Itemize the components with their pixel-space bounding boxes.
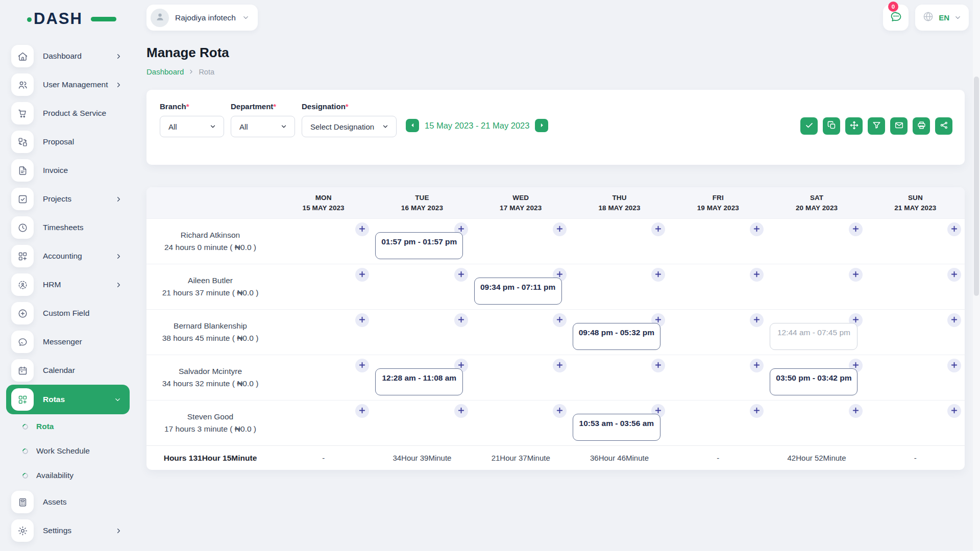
add-shift-button[interactable] xyxy=(849,404,863,418)
employee-hours: 38 hours 45 minute ( ₦0.0 ) xyxy=(162,332,259,344)
messenger-icon xyxy=(11,331,34,353)
add-shift-button[interactable] xyxy=(947,359,961,372)
circle-bullet-icon xyxy=(21,422,29,430)
add-shift-button[interactable] xyxy=(947,313,961,327)
add-shift-button[interactable] xyxy=(454,313,468,327)
add-shift-button[interactable] xyxy=(750,404,764,418)
add-shift-button[interactable] xyxy=(750,313,764,327)
designation-select[interactable]: Select Designation xyxy=(302,116,397,137)
sidebar-item-proposal[interactable]: Proposal xyxy=(0,128,136,156)
sidebar-item-timesheets[interactable]: Timesheets xyxy=(0,213,136,242)
add-shift-button[interactable] xyxy=(651,268,665,282)
shift-chip[interactable]: 03:50 pm - 03:42 pm xyxy=(770,368,857,395)
add-shift-button[interactable] xyxy=(454,404,468,418)
branch-select[interactable]: All xyxy=(160,116,224,137)
shift-chip[interactable]: 09:48 pm - 05:32 pm xyxy=(573,323,660,350)
add-shift-button[interactable] xyxy=(849,222,863,236)
breadcrumb-dashboard-link[interactable]: Dashboard xyxy=(146,67,184,76)
add-shift-button[interactable] xyxy=(553,359,567,372)
sidebar-item-settings[interactable]: Settings xyxy=(0,516,136,545)
arrow-left-icon xyxy=(410,122,415,130)
print-icon xyxy=(917,120,926,132)
add-shift-button[interactable] xyxy=(947,222,961,236)
breadcrumb: Dashboard Rota xyxy=(146,67,965,76)
day-total-tue: 34Hour 39Minute xyxy=(373,454,471,462)
employee-name: Salvador Mcintyre xyxy=(179,365,242,378)
employee-cell: Steven Good17 hours 3 minute ( ₦0.0 ) xyxy=(146,400,274,445)
sidebar-item-assets[interactable]: Assets xyxy=(0,488,136,516)
sidebar-item-invoice[interactable]: Invoice xyxy=(0,156,136,185)
day-cell-mon xyxy=(274,355,373,400)
add-shift-button[interactable] xyxy=(355,404,369,418)
add-shift-button[interactable] xyxy=(849,268,863,282)
add-shift-button[interactable] xyxy=(553,222,567,236)
sidebar-item-dashboard[interactable]: Dashboard xyxy=(0,42,136,70)
add-shift-button[interactable] xyxy=(750,268,764,282)
date-range[interactable]: 15 May 2023 - 21 May 2023 xyxy=(425,121,529,131)
add-shift-button[interactable] xyxy=(947,404,961,418)
add-shift-button[interactable] xyxy=(355,359,369,372)
sidebar-item-label: Projects xyxy=(43,194,71,204)
add-shift-button[interactable] xyxy=(750,359,764,372)
sidebar-item-user-management[interactable]: User Management xyxy=(0,70,136,99)
add-shift-button[interactable] xyxy=(651,222,665,236)
sidebar-item-rotas[interactable]: Rotas xyxy=(6,385,130,414)
move-button[interactable] xyxy=(845,117,863,135)
sidebar-subitem-rota[interactable]: Rota xyxy=(0,414,136,439)
sidebar-subitem-work-schedule[interactable]: Work Schedule xyxy=(0,439,136,463)
sidebar-item-accounting[interactable]: Accounting xyxy=(0,242,136,270)
app-window: DASH DashboardUser ManagementProduct & S… xyxy=(0,0,980,551)
rota-table: MON15 MAY 2023TUE16 MAY 2023WED17 MAY 20… xyxy=(146,187,965,470)
shift-chip[interactable]: 09:34 pm - 07:11 pm xyxy=(474,278,562,305)
add-shift-button[interactable] xyxy=(947,268,961,282)
add-shift-button[interactable] xyxy=(750,222,764,236)
department-select[interactable]: All xyxy=(231,116,295,137)
mail-button[interactable] xyxy=(890,117,908,135)
plus-icon xyxy=(654,225,662,234)
day-column-header-tue: TUE16 MAY 2023 xyxy=(373,193,471,213)
scrollbar-thumb[interactable] xyxy=(974,77,979,296)
sidebar-item-label: HRM xyxy=(43,280,61,289)
confirm-button[interactable] xyxy=(800,117,818,135)
employee-name: Aileen Butler xyxy=(188,274,233,287)
sidebar-item-product-service[interactable]: Product & Service xyxy=(0,99,136,128)
add-shift-button[interactable] xyxy=(454,268,468,282)
chevron-right-icon xyxy=(115,53,122,60)
employee-cell: Aileen Butler21 hours 37 minute ( ₦0.0 ) xyxy=(146,264,274,309)
plus-icon xyxy=(950,225,958,234)
add-shift-button[interactable] xyxy=(355,268,369,282)
add-shift-button[interactable] xyxy=(651,359,665,372)
sidebar-item-projects[interactable]: Projects xyxy=(0,185,136,213)
plus-icon xyxy=(852,270,860,280)
print-button[interactable] xyxy=(913,117,930,135)
sidebar-item-label: Rotas xyxy=(43,395,65,404)
employee-cell: Bernard Blankenship38 hours 45 minute ( … xyxy=(146,310,274,355)
copy-button[interactable] xyxy=(823,117,840,135)
filter-button[interactable] xyxy=(868,117,885,135)
shift-chip[interactable]: 12:28 am - 11:08 am xyxy=(375,368,463,395)
share-button[interactable] xyxy=(935,117,952,135)
sidebar-item-label: Product & Service xyxy=(43,109,106,118)
accounting-icon xyxy=(11,245,34,267)
add-shift-button[interactable] xyxy=(553,404,567,418)
brand-logo[interactable]: DASH xyxy=(34,8,105,30)
next-week-button[interactable] xyxy=(535,119,548,132)
sidebar-item-hrm[interactable]: HRM xyxy=(0,270,136,299)
shift-chip[interactable]: 01:57 pm - 01:57 pm xyxy=(375,232,463,259)
shift-chip[interactable]: 12:44 am - 07:45 pm xyxy=(770,323,857,350)
add-shift-button[interactable] xyxy=(355,222,369,236)
rotas-icon xyxy=(11,388,34,411)
sidebar-item-label: Settings xyxy=(43,526,71,535)
sidebar-subitem-availability[interactable]: Availability xyxy=(0,463,136,488)
add-shift-button[interactable] xyxy=(355,313,369,327)
sidebar-item-label: Assets xyxy=(43,497,67,507)
day-cell-sun xyxy=(866,219,965,264)
sidebar-item-calendar[interactable]: Calendar xyxy=(0,356,136,385)
previous-week-button[interactable] xyxy=(406,119,419,132)
sidebar-item-custom-field[interactable]: Custom Field xyxy=(0,299,136,328)
add-shift-button[interactable] xyxy=(553,313,567,327)
sidebar-item-messenger[interactable]: Messenger xyxy=(0,328,136,356)
logo-dash-icon xyxy=(91,17,116,21)
rota-row-salvador-mcintyre: Salvador Mcintyre34 hours 32 minute ( ₦0… xyxy=(146,355,965,400)
shift-chip[interactable]: 10:53 am - 03:56 am xyxy=(573,414,660,441)
